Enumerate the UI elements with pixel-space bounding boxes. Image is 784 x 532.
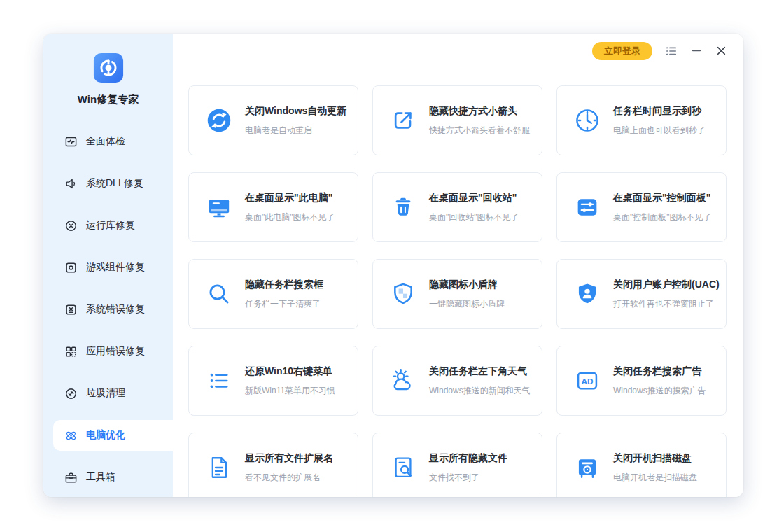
sidebar: Win修复专家 全面体检 系统DLL: [43, 34, 173, 497]
monitor-icon: [205, 193, 233, 221]
sidebar-item-label: 应用错误修复: [86, 345, 145, 358]
card-title: 还原Win10右键菜单: [245, 365, 335, 378]
card-title: 任务栏时间显示到秒: [613, 105, 706, 118]
card-grid: 关闭Windows自动更新 电脑老是自动重启 隐藏快捷方式小箭头 快捷方式小箭头…: [173, 74, 743, 497]
weather-icon: [389, 367, 417, 395]
sidebar-item-junk-clean[interactable]: 垃圾清理: [53, 378, 173, 409]
sidebar-item-label: 垃圾清理: [86, 387, 125, 400]
user-shield-icon: [573, 280, 601, 308]
card-show-file-extensions[interactable]: 显示所有文件扩展名 看不见文件的扩展名: [188, 433, 358, 497]
sidebar-item-pc-optimize[interactable]: 电脑优化: [53, 420, 173, 451]
update-refresh-icon: [205, 106, 233, 134]
disk-icon: [573, 454, 601, 482]
card-subtitle: Windows推送的搜索广告: [613, 385, 706, 397]
brand: Win修复专家: [43, 34, 173, 106]
card-title: 显示所有隐藏文件: [429, 452, 507, 465]
card-disable-uac[interactable]: 关闭用户账户控制(UAC) 打开软件再也不弹窗阻止了: [556, 259, 727, 329]
sidebar-item-runtime-repair[interactable]: 运行库修复: [53, 210, 173, 241]
control-panel-icon: [573, 193, 601, 221]
pulse-monitor-icon: [64, 135, 78, 148]
hidden-file-icon: [389, 454, 417, 482]
sidebar-item-app-error-repair[interactable]: 应用错误修复: [53, 336, 173, 367]
card-taskbar-seconds[interactable]: 任务栏时间显示到秒 电脑上面也可以看到秒了: [556, 85, 727, 155]
card-subtitle: 电脑开机老是扫描磁盘: [613, 472, 697, 484]
card-show-recycle-bin[interactable]: 在桌面显示"回收站" 桌面"回收站"图标不见了: [372, 172, 542, 242]
minimize-button[interactable]: [690, 44, 703, 57]
shortcut-arrow-icon: [389, 106, 417, 134]
app-name: Win修复专家: [78, 93, 139, 106]
card-show-this-pc[interactable]: 在桌面显示"此电脑" 桌面"此电脑"图标不见了: [188, 172, 358, 242]
window-error-icon: [64, 303, 78, 316]
card-show-hidden-files[interactable]: 显示所有隐藏文件 文件找不到了: [372, 433, 542, 497]
app-window: Win修复专家 全面体检 系统DLL: [43, 34, 743, 497]
card-disable-search-ads[interactable]: AD 关闭任务栏搜索广告 Windows推送的搜索广告: [556, 346, 727, 416]
clock-icon: [573, 106, 601, 134]
sidebar-item-label: 电脑优化: [86, 429, 125, 442]
game-component-icon: [64, 261, 78, 274]
shield-check-icon: [389, 280, 417, 308]
card-subtitle: 新版Win11菜单用不习惯: [245, 385, 335, 397]
sidebar-item-system-error-repair[interactable]: 系统错误修复: [53, 294, 173, 325]
card-close-auto-update[interactable]: 关闭Windows自动更新 电脑老是自动重启: [188, 85, 358, 155]
circle-x-icon: [64, 219, 78, 232]
card-title: 在桌面显示"回收站": [429, 192, 519, 204]
card-title: 关闭任务栏搜索广告: [613, 365, 706, 378]
card-subtitle: 桌面"控制面板"图标不见了: [613, 211, 712, 223]
app-logo-icon: [92, 52, 125, 87]
svg-text:AD: AD: [582, 377, 594, 386]
card-subtitle: 快捷方式小箭头看着不舒服: [429, 125, 530, 136]
toolbox-icon: [64, 471, 78, 484]
speaker-icon: [64, 177, 78, 190]
clean-sweep-icon: [64, 387, 78, 400]
atom-icon: [64, 429, 78, 442]
menu-list-icon: [205, 367, 233, 395]
sidebar-item-label: 游戏组件修复: [86, 261, 145, 274]
close-button[interactable]: [715, 44, 728, 57]
card-title: 关闭开机扫描磁盘: [613, 452, 697, 465]
card-hide-shield-overlay[interactable]: 隐藏图标小盾牌 一键隐藏图标小盾牌: [372, 259, 542, 329]
card-subtitle: Windows推送的新闻和天气: [429, 385, 531, 397]
app-grid-icon: [64, 345, 78, 358]
card-subtitle: 桌面"回收站"图标不见了: [429, 211, 519, 223]
sidebar-item-label: 系统错误修复: [86, 303, 145, 316]
card-subtitle: 文件找不到了: [429, 472, 507, 484]
sidebar-item-label: 运行库修复: [86, 219, 135, 232]
card-title: 关闭用户账户控制(UAC): [613, 279, 720, 291]
card-title: 显示所有文件扩展名: [245, 452, 333, 465]
task-list-icon[interactable]: [664, 44, 678, 58]
card-restore-win10-menu[interactable]: 还原Win10右键菜单 新版Win11菜单用不习惯: [188, 346, 358, 416]
card-title: 在桌面显示"此电脑": [245, 192, 335, 204]
card-subtitle: 看不见文件的扩展名: [245, 472, 333, 484]
sidebar-item-label: 系统DLL修复: [86, 177, 144, 190]
card-hide-search-box[interactable]: 隐藏任务栏搜索框 任务栏一下子清爽了: [188, 259, 358, 329]
card-subtitle: 桌面"此电脑"图标不见了: [245, 211, 335, 223]
card-show-control-panel[interactable]: 在桌面显示"控制面板" 桌面"控制面板"图标不见了: [556, 172, 727, 242]
ad-icon: AD: [573, 367, 601, 395]
card-hide-shortcut-arrow[interactable]: 隐藏快捷方式小箭头 快捷方式小箭头看着不舒服: [372, 85, 542, 155]
card-title: 隐藏图标小盾牌: [429, 279, 505, 291]
card-title: 在桌面显示"控制面板": [613, 192, 712, 204]
card-subtitle: 电脑上面也可以看到秒了: [613, 125, 706, 136]
sidebar-item-game-repair[interactable]: 游戏组件修复: [53, 252, 173, 283]
sidebar-item-dll-repair[interactable]: 系统DLL修复: [53, 168, 173, 199]
card-title: 关闭任务栏左下角天气: [429, 365, 531, 378]
sidebar-item-full-checkup[interactable]: 全面体检: [53, 126, 173, 157]
trash-icon: [389, 193, 417, 221]
login-button[interactable]: 立即登录: [592, 42, 652, 60]
card-subtitle: 打开软件再也不弹窗阻止了: [613, 298, 720, 310]
search-icon: [205, 280, 233, 308]
card-disable-weather[interactable]: 关闭任务栏左下角天气 Windows推送的新闻和天气: [372, 346, 542, 416]
titlebar: 立即登录: [173, 34, 743, 74]
sidebar-item-label: 全面体检: [86, 135, 125, 148]
card-title: 隐藏任务栏搜索框: [245, 279, 323, 291]
card-title: 隐藏快捷方式小箭头: [429, 105, 530, 118]
main-area: 立即登录: [173, 34, 743, 497]
sidebar-nav: 全面体检 系统DLL修复 运行库修复: [43, 120, 173, 497]
card-title: 关闭Windows自动更新: [245, 105, 346, 118]
card-subtitle: 电脑老是自动重启: [245, 125, 346, 136]
file-extension-icon: [205, 454, 233, 482]
sidebar-item-label: 工具箱: [86, 471, 115, 484]
card-subtitle: 一键隐藏图标小盾牌: [429, 298, 505, 310]
sidebar-item-toolbox[interactable]: 工具箱: [53, 462, 173, 493]
card-disable-disk-scan[interactable]: 关闭开机扫描磁盘 电脑开机老是扫描磁盘: [556, 433, 727, 497]
